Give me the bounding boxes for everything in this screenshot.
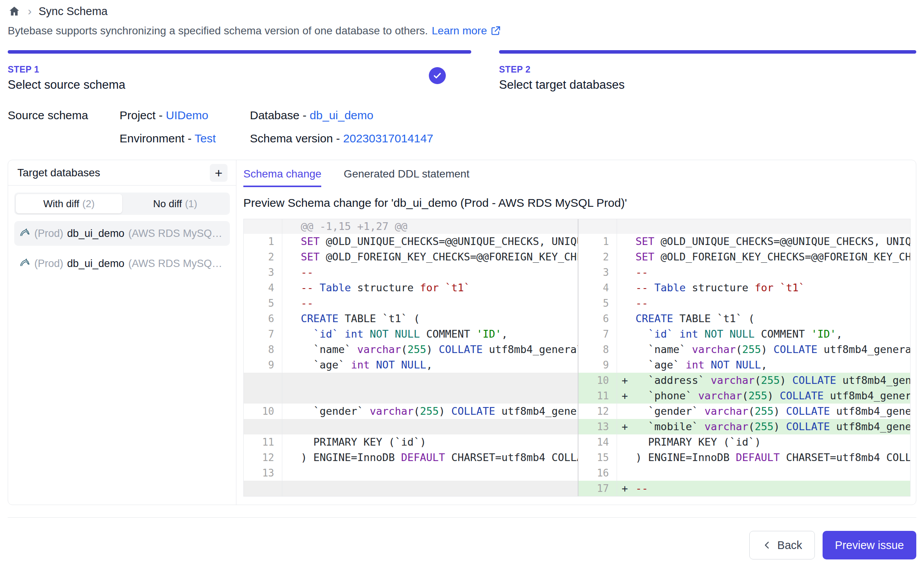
diff-row: 3--3-- [244, 265, 910, 280]
code-line: -- [617, 296, 910, 311]
line-number: 7 [244, 326, 282, 342]
diff-row: 6CREATE TABLE `t1` (6CREATE TABLE `t1` ( [244, 311, 910, 326]
line-number: 10 [578, 373, 617, 388]
code-line: `name` varchar(255) COLLATE utf8mb4_gene… [282, 342, 578, 357]
tab-generated-ddl[interactable]: Generated DDL statement [344, 168, 469, 187]
diff-row: 7 `id` int NOT NULL COMMENT 'ID',7 `id` … [244, 326, 910, 342]
step-1-title: Select source schema [8, 78, 471, 92]
source-schema-summary: Source schema Project - UIDemo Database … [8, 109, 916, 145]
target-databases-panel: Target databases + With diff(2) No diff(… [8, 160, 236, 505]
database-environment: (Prod) [34, 258, 63, 270]
code-line: CREATE TABLE `t1` ( [282, 311, 578, 326]
database-name: db_ui_demo [67, 258, 125, 270]
diff-row: 13+ `mobile` varchar(255) COLLATE utf8mb… [244, 419, 910, 434]
line-number: 16 [578, 465, 617, 481]
change-view-tabs: Schema change Generated DDL statement [236, 160, 916, 187]
code-line: SET @OLD_UNIQUE_CHECKS=@@UNIQUE_CHECKS, … [617, 234, 910, 249]
diff-row: 10+ `address` varchar(255) COLLATE utf8m… [244, 373, 910, 388]
line-number: 11 [244, 434, 282, 450]
line-number [244, 481, 282, 496]
database-instance: (AWS RDS MySQL Prod) [128, 228, 225, 240]
line-number: 11 [578, 388, 617, 404]
external-link-icon [490, 25, 501, 36]
code-line [282, 388, 578, 404]
code-line: SET @OLD_UNIQUE_CHECKS=@@UNIQUE_CHECKS, … [282, 234, 578, 249]
schema-version-link[interactable]: 20230317014147 [343, 132, 433, 145]
diff-row: 8 `name` varchar(255) COLLATE utf8mb4_ge… [244, 342, 910, 357]
diff-row: 4-- Table structure for `t1`4-- Table st… [244, 280, 910, 296]
environment-link[interactable]: Test [195, 132, 216, 145]
breadcrumb-current: Sync Schema [39, 5, 108, 18]
code-line: -- Table structure for `t1` [617, 280, 910, 296]
line-number: 9 [244, 357, 282, 373]
project-link[interactable]: UIDemo [166, 109, 208, 122]
code-line: @@ -1,15 +1,27 @@ [282, 219, 578, 234]
database-item[interactable]: (Prod)db_ui_demo(AWS RDS MySQL Prod) [14, 251, 230, 276]
description-text: Bytebase supports synchronizing a specif… [8, 25, 428, 37]
diff-row: 11+ `phone` varchar(255) COLLATE utf8mb4… [244, 388, 910, 404]
source-schema-label: Source schema [8, 109, 120, 145]
line-number: 15 [578, 450, 617, 465]
filter-no-diff[interactable]: No diff(1) [122, 194, 229, 213]
step-2-label: STEP 2 [499, 64, 916, 75]
learn-more-link[interactable]: Learn more [432, 25, 501, 37]
database-item[interactable]: (Prod)db_ui_demo(AWS RDS MySQL Prod) [14, 221, 230, 246]
added-line-sign: + [622, 419, 628, 434]
check-icon [432, 71, 442, 81]
hunk-header-row: @@ -1,15 +1,27 @@ [244, 219, 910, 234]
line-number: 8 [244, 342, 282, 357]
filter-with-diff[interactable]: With diff(2) [16, 194, 122, 213]
code-line [282, 373, 578, 388]
line-number: 9 [578, 357, 617, 373]
step-2-progress-bar [499, 50, 916, 54]
code-line: `id` int NOT NULL COMMENT 'ID', [282, 326, 578, 342]
line-number [244, 419, 282, 434]
code-line: -- [282, 265, 578, 280]
tab-schema-change[interactable]: Schema change [243, 168, 321, 187]
source-schema-version: Schema version - 20230317014147 [250, 132, 433, 145]
back-button[interactable]: Back [749, 531, 815, 559]
source-project: Project - UIDemo [120, 109, 250, 122]
code-line [282, 465, 578, 481]
target-database-list: (Prod)db_ui_demo(AWS RDS MySQL Prod)(Pro… [14, 221, 230, 276]
line-number: 5 [244, 296, 282, 311]
source-database: Database - db_ui_demo [250, 109, 433, 122]
page-description: Bytebase supports synchronizing a specif… [8, 25, 916, 37]
line-number [244, 373, 282, 388]
breadcrumb: › Sync Schema [8, 5, 916, 18]
line-number: 4 [244, 280, 282, 296]
database-instance: (AWS RDS MySQL Prod) [128, 258, 225, 270]
footer-divider [8, 517, 916, 518]
code-line [617, 219, 910, 234]
diff-row: 12) ENGINE=InnoDB DEFAULT CHARSET=utf8mb… [244, 450, 910, 465]
preview-issue-button[interactable]: Preview issue [823, 531, 916, 559]
diff-editor[interactable]: @@ -1,15 +1,27 @@1SET @OLD_UNIQUE_CHECKS… [243, 219, 911, 497]
line-number: 1 [244, 234, 282, 249]
step-1: STEP 1 Select source schema [8, 50, 471, 92]
target-databases-title: Target databases [17, 167, 100, 179]
line-number: 17 [578, 481, 617, 496]
stepper: STEP 1 Select source schema STEP 2 Selec… [8, 50, 916, 92]
chevron-left-icon [762, 540, 772, 550]
line-number: 2 [244, 249, 282, 265]
database-link[interactable]: db_ui_demo [310, 109, 373, 122]
diff-row: 1316 [244, 465, 910, 481]
database-name: db_ui_demo [67, 228, 125, 240]
diff-row: 2SET @OLD_FOREIGN_KEY_CHECKS=@@FOREIGN_K… [244, 249, 910, 265]
chevron-right-icon: › [28, 5, 32, 17]
step-1-label: STEP 1 [8, 64, 471, 75]
footer-actions: Back Preview issue [8, 531, 916, 559]
added-line-sign: + [622, 481, 628, 496]
line-number: 13 [578, 419, 617, 434]
diff-row: 5--5-- [244, 296, 910, 311]
code-line: PRIMARY KEY (`id`) [617, 434, 910, 450]
code-line: + `mobile` varchar(255) COLLATE utf8mb4_… [617, 419, 910, 434]
line-number [244, 219, 282, 234]
sync-panel: Target databases + With diff(2) No diff(… [8, 160, 916, 505]
add-target-database-button[interactable]: + [210, 164, 228, 182]
mysql-icon [19, 226, 30, 241]
line-number: 3 [244, 265, 282, 280]
code-line [282, 481, 578, 496]
diff-row: 17+-- [244, 481, 910, 496]
home-icon[interactable] [8, 5, 21, 18]
